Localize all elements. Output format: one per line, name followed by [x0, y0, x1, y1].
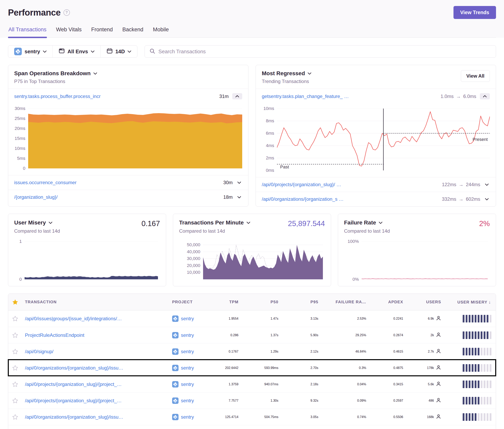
users-cell: 2.7k	[405, 349, 443, 355]
table-row[interactable]: /api/0/organizations/{organization_slug}…	[8, 359, 496, 376]
chevron-down-icon[interactable]	[247, 222, 250, 224]
p50-cell: 1.37s	[240, 333, 280, 337]
tab-all-transactions[interactable]: All Transactions	[8, 26, 47, 37]
star-column-header-icon[interactable]	[12, 299, 25, 305]
tab-frontend[interactable]: Frontend	[91, 26, 113, 37]
apdex-cell: 0.2241	[368, 317, 405, 320]
transaction-link[interactable]: ProjectRuleActionsEndpoint	[25, 333, 84, 338]
table-row[interactable]: /api/0/projects/{organization_slug}/{pro…	[8, 376, 496, 392]
col-p50[interactable]: P50	[240, 300, 280, 304]
help-icon[interactable]: ?	[63, 9, 70, 16]
most-regressed-chart[interactable]: 10ms8ms6ms4ms2ms0ms PastPresent	[256, 104, 496, 177]
y-axis-tick: 10ms	[263, 106, 274, 111]
collapse-chart-button[interactable]	[232, 93, 242, 99]
tpm-card: Transactions Per Minute Compared to last…	[173, 214, 331, 286]
table-row[interactable]: /api/0/projects/{organization_slug}/{pro…	[8, 392, 496, 409]
date-range-filter[interactable]: 14D	[101, 45, 137, 57]
expand-chart-button[interactable]	[236, 195, 242, 200]
transaction-link[interactable]: /api/0/organizations/{organization_slug}…	[25, 365, 123, 370]
project-link[interactable]: sentry	[181, 349, 194, 354]
col-tpm[interactable]: TPM	[207, 300, 240, 304]
tpm-cell: 0.1767	[207, 350, 240, 353]
expand-chart-button[interactable]	[484, 197, 490, 201]
regressed-transaction-link[interactable]: /api/0/organizations/{organization_s …	[262, 196, 438, 202]
project-filter[interactable]: sentry	[8, 45, 53, 57]
chevron-down-icon[interactable]	[379, 222, 382, 224]
chevron-down-icon[interactable]	[93, 72, 97, 75]
user-icon	[436, 332, 441, 338]
p50-cell: 1.47s	[240, 317, 280, 320]
tab-bar: All TransactionsWeb VitalsFrontendBacken…	[8, 26, 496, 38]
project-link[interactable]: sentry	[181, 414, 194, 420]
chevron-down-icon[interactable]	[308, 72, 311, 75]
span-op-link[interactable]: sentry.tasks.process_buffer.process_incr	[14, 94, 216, 99]
users-cell: 6.9k	[405, 316, 443, 322]
project-link[interactable]: sentry	[181, 382, 194, 387]
tab-web-vitals[interactable]: Web Vitals	[56, 26, 82, 37]
user-icon	[436, 349, 441, 355]
project-link[interactable]: sentry	[181, 316, 194, 322]
collapse-chart-button[interactable]	[480, 93, 490, 99]
user-misery-chart[interactable]: 10	[14, 239, 160, 282]
tpm-chart[interactable]: 50,00040,00030,00020,00010,000	[179, 239, 325, 282]
transaction-cell: /api/0/projects/{organization_slug}/{pro…	[25, 398, 172, 403]
transaction-link[interactable]: /api/0/projects/{organization_slug}/{pro…	[25, 382, 122, 387]
performance-page: Performance ? View Trends All Transactio…	[0, 0, 504, 429]
duration-after: 602ms	[466, 196, 480, 202]
project-link[interactable]: sentry	[181, 398, 194, 403]
search-input[interactable]	[158, 48, 491, 55]
col-users[interactable]: USERS	[405, 300, 443, 304]
expand-chart-button[interactable]	[484, 182, 490, 187]
star-toggle[interactable]	[12, 381, 25, 387]
transaction-link[interactable]: /api/0/issues|groups/{issue_id}/integrat…	[25, 316, 122, 321]
y-axis-tick: 6ms	[266, 131, 274, 136]
regressed-transaction-link[interactable]: /api/0/projects/{organization_slug}/ …	[262, 182, 438, 187]
project-link[interactable]: sentry	[181, 333, 194, 338]
regressed-transaction-link[interactable]: getsentry.tasks.plan_change_feature_ …	[262, 94, 437, 99]
failure-rate-card-subtitle: Compared to last 14d	[344, 228, 390, 234]
tab-mobile[interactable]: Mobile	[153, 26, 169, 37]
col-transaction[interactable]: TRANSACTION	[25, 300, 172, 304]
transaction-link[interactable]: /api/0/signup/	[25, 349, 54, 354]
table-row[interactable]: ProjectRuleActionsEndpoint sentry 0.286 …	[8, 327, 496, 343]
star-toggle[interactable]	[12, 414, 25, 420]
failure-rate-chart[interactable]: 100%0%	[344, 239, 490, 282]
col-apdex[interactable]: APDEX	[368, 300, 405, 304]
y-axis-tick: 30,000	[187, 256, 200, 261]
transaction-link[interactable]: /api/0/organizations/{organization_slug}…	[25, 414, 123, 420]
tab-backend[interactable]: Backend	[122, 26, 144, 37]
star-toggle[interactable]	[12, 332, 25, 338]
star-toggle[interactable]	[12, 365, 25, 371]
view-trends-button[interactable]: View Trends	[453, 6, 496, 19]
environment-filter[interactable]: All Envs	[53, 45, 101, 57]
search-icon	[150, 48, 155, 55]
star-toggle[interactable]	[12, 398, 25, 404]
filter-bar: sentry All Envs 14D	[8, 45, 496, 58]
span-op-link[interactable]: issues.occurrence_consumer	[14, 180, 220, 185]
star-toggle[interactable]	[12, 349, 25, 355]
span-ops-panel-subtitle: P75 in Top Transactions	[14, 79, 97, 84]
col-p95[interactable]: P95	[280, 300, 320, 304]
chevron-down-icon[interactable]	[49, 222, 52, 224]
span-op-row: /{organization_slug}/ 18m	[8, 190, 248, 204]
span-op-duration: 30m	[223, 180, 233, 185]
regressed-row: /api/0/organizations/{organization_s … 3…	[256, 192, 496, 206]
table-row[interactable]: /api/0/signup/ sentry 0.1767 1.29s 2.12s…	[8, 343, 496, 359]
table-row[interactable]	[8, 425, 496, 429]
view-all-button[interactable]: View All	[461, 70, 490, 82]
transaction-link[interactable]: /api/0/projects/{organization_slug}/{pro…	[25, 398, 122, 403]
col-user-misery[interactable]: USER MISERY↓	[443, 299, 493, 305]
col-failure-rate[interactable]: FAILURE RA…	[320, 300, 368, 304]
span-ops-chart[interactable]: 30ms25ms20ms15ms10ms5ms0	[8, 104, 248, 175]
table-row[interactable]: /api/0/issues|groups/{issue_id}/integrat…	[8, 310, 496, 327]
arrow-right-icon: →	[459, 182, 463, 187]
expand-chart-button[interactable]	[236, 180, 242, 185]
table-row[interactable]: /api/0/organizations/{organization_slug}…	[8, 409, 496, 425]
span-op-link[interactable]: /{organization_slug}/	[14, 194, 220, 200]
y-axis-tick: 40,000	[187, 249, 200, 254]
p50-cell: 504.75ms	[240, 415, 280, 419]
users-cell: 178k	[405, 365, 443, 371]
star-toggle[interactable]	[12, 316, 25, 322]
col-project[interactable]: PROJECT	[172, 300, 207, 304]
project-link[interactable]: sentry	[181, 365, 194, 371]
